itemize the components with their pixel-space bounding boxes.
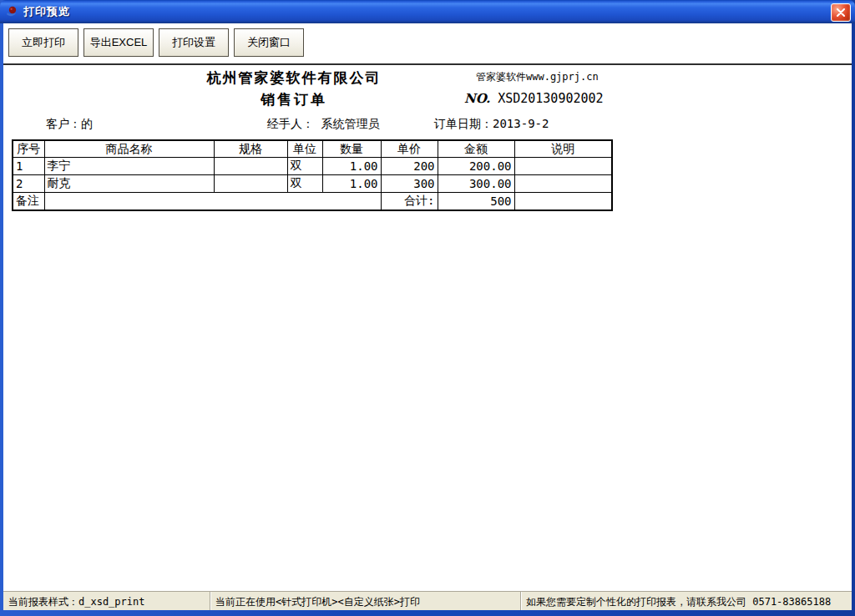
table-cell: 1.00 [322, 158, 381, 175]
window-title: 打印预览 [23, 4, 70, 19]
table-cell: 200 [381, 158, 438, 175]
status-printer-info: 当前正在使用<针式打印机><自定义纸张>打印 [210, 592, 521, 610]
table-footer-row: 备注合计:500 [13, 193, 612, 211]
order-table: 序号商品名称规格单位数量单价金额说明 1李宁双1.00200200.002耐克双… [12, 139, 613, 211]
print-now-button[interactable]: 立即打印 [8, 28, 78, 57]
table-header-cell: 商品名称 [44, 140, 214, 158]
customer-field: 客户：的 [46, 117, 93, 132]
order-number-label: NO. [464, 91, 490, 106]
order-number: NO. XSD20130902002 [464, 91, 604, 106]
total-label-cell: 合计: [381, 193, 438, 211]
table-cell [214, 158, 287, 175]
table-cell: 1 [13, 158, 44, 175]
vendor-website: 管家婆软件www.gjprj.cn [476, 70, 599, 84]
print-preview-window: 打印预览 立即打印 导出EXCEL 打印设置 关闭窗口 杭州管家婆软件有限公司 … [0, 0, 855, 616]
close-button[interactable] [831, 3, 851, 22]
table-cell: 耐克 [44, 175, 214, 193]
print-preview-page: 杭州管家婆软件有限公司 管家婆软件www.gjprj.cn 销售订单 NO. X… [3, 65, 852, 591]
remark-label-cell: 备注 [13, 193, 44, 211]
table-cell [514, 175, 612, 193]
order-number-value: XSD20130902002 [498, 91, 603, 106]
table-header-cell: 单价 [381, 140, 438, 158]
table-cell: 300 [381, 175, 438, 193]
handler-field: 经手人： 系统管理员 [267, 117, 379, 132]
table-header-cell: 单位 [287, 140, 322, 158]
toolbar: 立即打印 导出EXCEL 打印设置 关闭窗口 [3, 23, 852, 63]
table-cell: 1.00 [322, 175, 381, 193]
table-cell: 双 [287, 175, 322, 193]
status-report-style: 当前报表样式：d_xsd_print [3, 592, 210, 610]
table-header-cell: 说明 [514, 140, 612, 158]
close-icon [837, 8, 845, 17]
table-row: 2耐克双1.00300300.00 [13, 175, 612, 193]
table-cell: 2 [13, 175, 44, 193]
table-cell: 300.00 [438, 175, 514, 193]
app-icon [6, 5, 19, 18]
table-cell: 200.00 [438, 158, 514, 175]
remark-value-cell [44, 193, 381, 211]
table-row: 1李宁双1.00200200.00 [13, 158, 612, 175]
table-header-cell: 数量 [322, 140, 381, 158]
client-area: 立即打印 导出EXCEL 打印设置 关闭窗口 杭州管家婆软件有限公司 管家婆软件… [3, 23, 852, 610]
table-header-cell: 规格 [214, 140, 287, 158]
table-body: 1李宁双1.00200200.002耐克双1.00300300.00备注合计:5… [13, 158, 612, 211]
print-settings-button[interactable]: 打印设置 [159, 28, 229, 57]
titlebar[interactable]: 打印预览 [0, 0, 855, 23]
export-excel-button[interactable]: 导出EXCEL [83, 28, 154, 57]
table-header-row: 序号商品名称规格单位数量单价金额说明 [13, 140, 612, 158]
total-value-cell: 500 [438, 193, 514, 211]
table-header-cell: 金额 [438, 140, 514, 158]
status-contact-info: 如果您需要定制个性化的打印报表，请联系我公司 0571-83865188 [521, 592, 852, 610]
statusbar: 当前报表样式：d_xsd_print 当前正在使用<针式打印机><自定义纸张>打… [3, 591, 852, 610]
table-cell [514, 158, 612, 175]
table-cell: 双 [287, 158, 322, 175]
order-date-field: 订单日期：2013-9-2 [434, 117, 549, 132]
table-cell [214, 175, 287, 193]
footer-note-cell [514, 193, 612, 211]
close-window-button[interactable]: 关闭窗口 [234, 28, 304, 57]
table-cell: 李宁 [44, 158, 214, 175]
table-header-cell: 序号 [13, 140, 44, 158]
